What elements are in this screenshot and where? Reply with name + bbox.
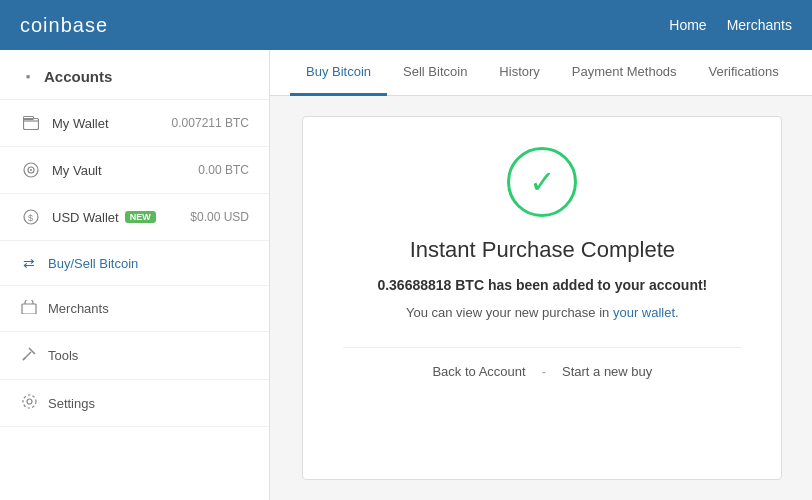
tab-buy-bitcoin[interactable]: Buy Bitcoin (290, 50, 387, 96)
main-content: Buy Bitcoin Sell Bitcoin History Payment… (270, 50, 812, 500)
my-vault-item[interactable]: My Vault 0.00 BTC (0, 147, 269, 194)
svg-line-10 (23, 358, 25, 360)
main-layout: ▪ Accounts My Wallet 0.007211 BTC (0, 50, 812, 500)
tools-label: Tools (48, 348, 78, 363)
buy-sell-icon: ⇄ (20, 255, 38, 271)
checkmark-icon: ✓ (529, 166, 556, 198)
usd-wallet-item[interactable]: $ USD Wallet NEW $0.00 USD (0, 194, 269, 241)
svg-rect-7 (22, 304, 36, 314)
desc-after: . (675, 305, 679, 320)
wallet-link[interactable]: your wallet (613, 305, 675, 320)
sidebar-item-settings[interactable]: Settings (0, 380, 269, 427)
folder-icon: ▪ (20, 70, 36, 84)
success-card: ✓ Instant Purchase Complete 0.36688818 B… (302, 116, 782, 480)
card-actions: Back to Account - Start a new buy (432, 364, 652, 379)
sidebar-item-buy-sell[interactable]: ⇄ Buy/Sell Bitcoin (0, 241, 269, 286)
svg-rect-0 (24, 119, 39, 130)
settings-label: Settings (48, 396, 95, 411)
success-title: Instant Purchase Complete (410, 237, 675, 263)
success-circle: ✓ (507, 147, 577, 217)
nav-home-link[interactable]: Home (669, 17, 706, 33)
merchants-icon (20, 300, 38, 317)
merchants-label: Merchants (48, 301, 109, 316)
desc-before: You can view your new purchase in (406, 305, 613, 320)
svg-point-11 (27, 399, 32, 404)
usd-wallet-name: USD Wallet NEW (52, 210, 190, 225)
header-nav: Home Merchants (669, 17, 792, 33)
tools-icon (20, 346, 38, 365)
sidebar-item-merchants[interactable]: Merchants (0, 286, 269, 332)
nav-merchants-link[interactable]: Merchants (727, 17, 792, 33)
buy-sell-label: Buy/Sell Bitcoin (48, 256, 138, 271)
sidebar: ▪ Accounts My Wallet 0.007211 BTC (0, 50, 270, 500)
my-wallet-item[interactable]: My Wallet 0.007211 BTC (0, 100, 269, 147)
tab-verifications[interactable]: Verifications (693, 50, 795, 96)
tab-payment-methods[interactable]: Payment Methods (556, 50, 693, 96)
svg-point-12 (23, 395, 36, 408)
wallet-icon (20, 112, 42, 134)
settings-icon (20, 394, 38, 412)
my-wallet-name: My Wallet (52, 116, 172, 131)
app-header: coinbase Home Merchants (0, 0, 812, 50)
back-to-account-link[interactable]: Back to Account (432, 364, 525, 379)
tab-sell-bitcoin[interactable]: Sell Bitcoin (387, 50, 483, 96)
accounts-label: Accounts (44, 68, 112, 85)
success-amount: 0.36688818 BTC has been added to your ac… (377, 277, 707, 293)
usd-wallet-icon: $ (20, 206, 42, 228)
my-vault-name: My Vault (52, 163, 198, 178)
start-new-buy-link[interactable]: Start a new buy (562, 364, 652, 379)
tab-history[interactable]: History (483, 50, 555, 96)
svg-text:$: $ (28, 213, 33, 223)
card-divider (343, 347, 741, 348)
new-badge: NEW (125, 211, 156, 223)
action-separator: - (542, 364, 546, 379)
usd-wallet-balance: $0.00 USD (190, 210, 249, 224)
success-description: You can view your new purchase in your w… (406, 303, 679, 323)
page-content: ✓ Instant Purchase Complete 0.36688818 B… (270, 96, 812, 500)
my-vault-balance: 0.00 BTC (198, 163, 249, 177)
app-logo: coinbase (20, 14, 108, 37)
my-wallet-balance: 0.007211 BTC (172, 116, 249, 130)
svg-point-4 (30, 169, 32, 171)
sidebar-item-tools[interactable]: Tools (0, 332, 269, 380)
accounts-section-header: ▪ Accounts (0, 50, 269, 100)
tab-bar: Buy Bitcoin Sell Bitcoin History Payment… (270, 50, 812, 96)
vault-icon (20, 159, 42, 181)
